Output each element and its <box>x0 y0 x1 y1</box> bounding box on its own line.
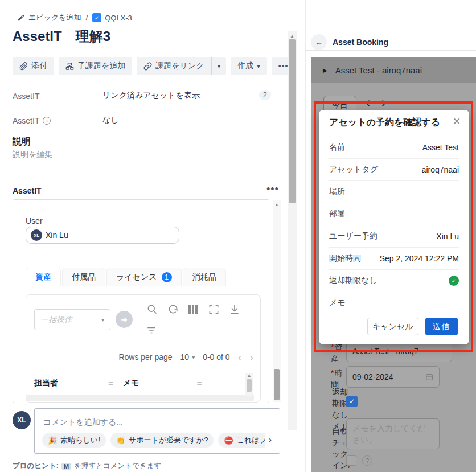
issue-toolbar: 添付 子課題を追加 課題をリンク ▾ 作成 ▾ ••• <box>13 57 295 75</box>
modal-row-memo: メモ <box>329 292 459 314</box>
user-field-label: User <box>26 216 43 225</box>
no-entry-icon: ⛔ <box>224 436 233 445</box>
filter-icon <box>146 326 157 335</box>
comment-placeholder: コメントを追加する... <box>43 417 123 428</box>
link-issue-dropdown[interactable]: ▾ <box>211 57 227 75</box>
back-button[interactable]: ← <box>311 34 327 50</box>
assetit-field2-label: AssetIT i <box>13 116 51 125</box>
modal-close-button[interactable]: ✕ <box>453 116 461 128</box>
prev-page-button[interactable]: ‹ <box>238 351 242 363</box>
paperclip-icon <box>19 62 28 71</box>
accordion-label: Asset Test - airoq7naai <box>335 65 422 75</box>
link-icon <box>143 62 152 71</box>
columns-button[interactable] <box>188 305 198 314</box>
scrollbar-thumb[interactable] <box>289 39 296 203</box>
next-page-button[interactable]: › <box>249 351 253 363</box>
required-asterisk: * <box>331 368 334 377</box>
add-epic-link[interactable]: エピックを追加 <box>17 13 81 23</box>
search-button[interactable] <box>146 303 158 315</box>
asset-accordion[interactable]: ▶ Asset Test - airoq7naai <box>311 57 476 83</box>
refresh-button[interactable] <box>167 303 179 315</box>
close-icon: ✕ <box>453 116 461 127</box>
linked-assets-link[interactable]: リンク済みアセットを表示 <box>102 91 200 101</box>
avatar: XL <box>13 411 31 429</box>
tabs-underline <box>26 286 261 286</box>
memo-textarea[interactable]: メモを入力してください。 <box>346 418 440 449</box>
linked-assets-count-badge: 2 <box>259 90 271 100</box>
calendar-next-button[interactable]: › <box>381 96 386 109</box>
filter-equals-icon[interactable]: = <box>108 379 113 388</box>
panel-title: Asset Booking <box>333 38 388 47</box>
link-issue-button[interactable]: 課題をリンク <box>137 57 211 75</box>
license-count-badge: 1 <box>162 272 172 282</box>
pagination: Rows per page 10 ▾ 0-0 of 0 ‹ › <box>34 351 253 363</box>
assetit-field-label: AssetIT <box>13 92 39 101</box>
tab-accessories[interactable]: 付属品 <box>62 268 105 286</box>
column-divider[interactable] <box>207 376 207 391</box>
fullscreen-icon <box>208 304 219 315</box>
modal-row-user: ユーザー予約 Xin Lu <box>329 225 459 248</box>
download-button[interactable] <box>229 303 240 315</box>
filter-equals-icon[interactable]: = <box>197 379 202 388</box>
table-horizontal-scrollbar[interactable] <box>26 395 254 401</box>
quick-comment-great[interactable]: 🎉 素晴らしい! <box>42 433 106 448</box>
bulk-action-select[interactable]: 一括操作 ▾ <box>34 309 110 330</box>
subtask-icon <box>65 62 74 71</box>
apply-bulk-action-button[interactable]: ➜ <box>116 311 133 328</box>
page-range: 0-0 of 0 <box>203 352 229 362</box>
auto-checkin-checkbox[interactable] <box>346 455 356 466</box>
link-issue-split-button: 課題をリンク ▾ <box>137 57 226 75</box>
modal-row-location: 場所 <box>329 181 459 203</box>
breadcrumb: エピックを追加 / ✓ QQLX-3 <box>17 13 132 23</box>
assetit-section-more-button[interactable]: ••• <box>266 183 279 195</box>
date-input[interactable]: 09-02-2024 <box>346 366 440 388</box>
calendar-prev-button[interactable]: ‹ <box>366 96 370 109</box>
submit-button[interactable]: 送信 <box>425 318 458 335</box>
cancel-button[interactable]: キャンセル <box>367 318 418 335</box>
columns-icon <box>188 305 191 314</box>
column-divider[interactable] <box>118 376 118 391</box>
page-scrollbar[interactable]: ▲ <box>288 31 297 430</box>
scrollbar-thumb[interactable] <box>247 379 252 392</box>
more-pills-button[interactable]: › <box>269 434 272 444</box>
quick-comment-blocked[interactable]: ⛔ これはブ <box>218 433 265 448</box>
keyboard-shortcut-m: M <box>61 463 71 470</box>
modal-row-name: 名前 Asset Test <box>329 137 459 159</box>
assetit-field2-value: なし <box>102 115 119 125</box>
create-button[interactable]: 作成 ▾ <box>231 57 267 75</box>
scrollbar-thumb[interactable] <box>274 369 280 400</box>
user-chip-name: Xin Lu <box>46 231 68 240</box>
avatar: XL <box>31 229 42 241</box>
panel-divider <box>305 50 476 51</box>
tab-consumables[interactable]: 消耗品 <box>183 268 226 286</box>
breadcrumb-epic-label: エピックを追加 <box>28 13 81 23</box>
assetit-section-heading: AssetIT <box>13 186 42 195</box>
pencil-icon <box>17 14 25 22</box>
no-due-date-checkbox[interactable]: ✓ <box>346 396 358 407</box>
asset-tabs: 資産 付属品 ライセンス 1 消耗品 <box>26 268 226 286</box>
table-header-row: 担当者 = メモ = <box>34 376 212 391</box>
calendar-icon <box>425 373 433 381</box>
table-vertical-scrollbar[interactable]: ▲ <box>245 373 253 396</box>
breadcrumb-issue[interactable]: ✓ QQLX-3 <box>92 13 132 22</box>
party-popper-icon: 🎉 <box>48 436 57 445</box>
quick-comment-need-help[interactable]: 👏 サポートが必要ですか? <box>110 433 214 448</box>
download-icon <box>229 303 240 315</box>
tab-licenses[interactable]: ライセンス 1 <box>106 268 182 286</box>
filter-button[interactable] <box>146 326 157 335</box>
panel-scrollbar[interactable]: ▲ <box>273 200 281 402</box>
tab-assets[interactable]: 資産 <box>26 268 61 286</box>
fullscreen-button[interactable] <box>208 304 219 315</box>
rows-per-page-label: Rows per page <box>118 352 172 362</box>
clap-icon: 👏 <box>116 436 125 445</box>
add-child-issue-button[interactable]: 子課題を追加 <box>59 57 132 75</box>
bulk-action-placeholder: 一括操作 <box>40 315 72 325</box>
attach-button[interactable]: 添付 <box>13 57 54 75</box>
modal-row-department: 部署 <box>329 203 459 225</box>
col-memo-header: メモ <box>123 378 197 388</box>
edit-description-button[interactable]: 説明を編集 <box>13 150 52 160</box>
quick-comment-pills: 🎉 素晴らしい! 👏 サポートが必要ですか? ⛔ これはブ <box>42 433 265 448</box>
page-title: AssetIT 理解3 <box>13 27 110 46</box>
rows-per-page-select[interactable]: 10 ▾ <box>180 352 195 362</box>
user-select-input[interactable]: XL Xin Lu <box>26 227 179 244</box>
